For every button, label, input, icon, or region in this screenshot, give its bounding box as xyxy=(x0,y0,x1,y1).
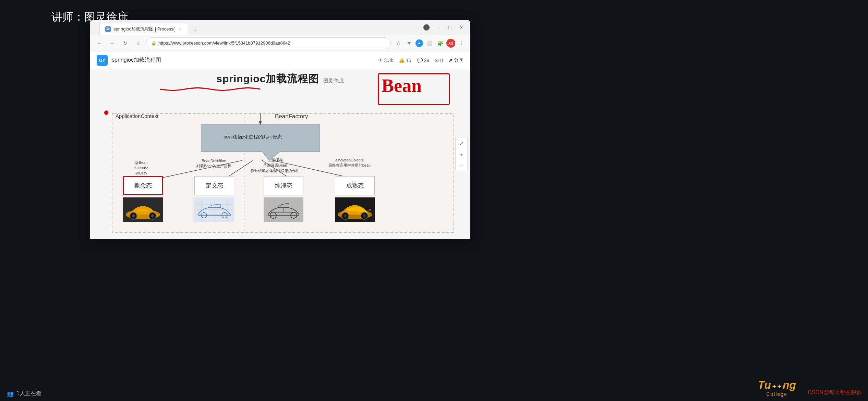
zoom-in-button[interactable]: + xyxy=(457,150,466,159)
back-button[interactable]: ← xyxy=(94,38,104,48)
turing-name: Tu xyxy=(758,379,771,391)
car-image-niantai xyxy=(123,197,163,222)
tab-area: On springioc加载流程图 | Process( × + xyxy=(97,20,419,35)
chengshu-annotation: singletonObjects 最终在应用中使用的bean xyxy=(320,158,379,168)
message-icon: ✉ xyxy=(435,58,439,63)
minimize-button[interactable]: — xyxy=(433,23,443,32)
csdn-label: CSDN@每天都在想你 xyxy=(808,389,862,396)
svg-point-0 xyxy=(423,24,430,31)
zoom-out-button[interactable]: − xyxy=(457,161,466,170)
title-bar-controls: — □ × xyxy=(422,23,466,32)
dingyi-annotation: BeanDefinition 封装Bean的生产指标 xyxy=(186,158,241,169)
url-text: https://www.processon.com/view/link/5f15… xyxy=(158,40,290,46)
comments-count: 29 xyxy=(424,58,430,63)
app-context-label: ApplicationContext xyxy=(116,113,158,119)
forward-button[interactable]: → xyxy=(107,38,117,48)
chunjing-annotation: 二级缓存 早期暴露Bean 循环依赖才体现纯净态的作用 xyxy=(247,158,303,173)
comments-stat: 💬 29 xyxy=(417,58,430,63)
site-title: springioc加载流程图 xyxy=(112,57,161,64)
messages-stat: ✉ 0 xyxy=(435,58,443,63)
extension-icon-2[interactable]: ⬜ xyxy=(424,38,434,48)
svg-point-1 xyxy=(104,110,109,115)
title-bar: On springioc加载流程图 | Process( × + — □ × xyxy=(90,20,470,35)
svg-point-17 xyxy=(151,214,154,218)
home-button[interactable]: ⌂ xyxy=(133,38,143,48)
bean-handwritten-text: Bean xyxy=(382,76,422,95)
user-avatar[interactable]: XS xyxy=(446,39,455,48)
diagram-area: springioc加载流程图 图灵·徐庶 Bean ApplicationCon… xyxy=(90,69,470,239)
close-window-button[interactable]: × xyxy=(457,23,466,32)
comment-icon: 💬 xyxy=(417,58,423,63)
new-tab-button[interactable]: + xyxy=(190,25,200,35)
likes-count: 15 xyxy=(406,58,411,63)
turing-brand: Tu ✦✦ ng xyxy=(758,379,796,391)
state-box-chunjing: 纯净态 xyxy=(264,176,303,195)
viewer-count: 👥 1人正在看 xyxy=(7,390,41,397)
site-stats: 👁 3.3k 👍 15 💬 29 ✉ 0 ↗ 分享 xyxy=(378,57,463,63)
address-field[interactable]: 🔒 https://www.processon.com/view/link/5f… xyxy=(146,37,391,49)
turing-stars: ✦✦ xyxy=(772,383,782,390)
viewer-icon: 👥 xyxy=(7,390,14,397)
likes-stat: 👍 15 xyxy=(399,58,411,63)
car-image-chengshu xyxy=(335,197,375,222)
extensions-icon[interactable]: 🧩 xyxy=(435,38,445,48)
address-bar: ← → ↻ ⌂ 🔒 https://www.processon.com/view… xyxy=(90,35,470,51)
menu-button[interactable]: ⋮ xyxy=(457,38,466,48)
maximize-button[interactable]: □ xyxy=(445,23,455,32)
svg-point-38 xyxy=(343,214,347,218)
lock-icon: 🔒 xyxy=(151,41,156,46)
views-stat: 👁 3.3k xyxy=(378,58,393,63)
instructor-label: 讲师：图灵徐庶 xyxy=(51,10,128,25)
bean-factory-label: BeanFactory xyxy=(275,113,308,120)
turing-name-end: ng xyxy=(783,379,796,391)
bean-init-label: bean初始化过程的几种形态 xyxy=(202,127,303,147)
messages-count: 0 xyxy=(440,58,443,63)
share-label: 分享 xyxy=(454,57,463,63)
diagram-subtitle: 图灵·徐庶 xyxy=(323,78,344,83)
tab-favicon: On xyxy=(105,26,111,32)
tab-close-button[interactable]: × xyxy=(178,26,183,32)
twitter-icon[interactable]: ▼ xyxy=(405,38,414,48)
tab-title: springioc加载流程图 | Process( xyxy=(113,26,175,32)
profile-circle-icon[interactable] xyxy=(422,23,431,32)
site-toolbar: On springioc加载流程图 👁 3.3k 👍 15 💬 29 ✉ 0 ↗… xyxy=(90,51,470,69)
state-box-chengshu: 成熟态 xyxy=(335,176,375,195)
state-box-dingyi: 定义态 xyxy=(194,176,234,195)
views-count: 3.3k xyxy=(384,58,393,63)
refresh-button[interactable]: ↻ xyxy=(120,38,130,48)
extension-icon-1[interactable]: ● xyxy=(415,39,423,47)
address-actions: ☆ ▼ ● ⬜ 🧩 XS ⋮ xyxy=(394,38,466,48)
bookmark-icon[interactable]: ☆ xyxy=(394,38,403,48)
site-logo: On xyxy=(97,55,108,66)
car-image-dingyi xyxy=(194,197,234,222)
svg-point-39 xyxy=(363,214,366,218)
share-icon: ↗ xyxy=(448,58,453,63)
bean-annotation-box: Bean xyxy=(378,73,450,105)
state-box-niantai: 概念态 xyxy=(123,176,163,195)
viewer-count-text: 1人正在看 xyxy=(16,390,41,397)
turing-college: College xyxy=(766,391,787,397)
zoom-expand-button[interactable]: ⤢ xyxy=(457,139,466,148)
car-image-chunjing xyxy=(264,197,303,222)
svg-point-16 xyxy=(132,214,135,218)
turing-logo-area: Tu ✦✦ ng College xyxy=(758,379,796,397)
share-button[interactable]: ↗ 分享 xyxy=(448,57,463,63)
eye-icon: 👁 xyxy=(378,58,383,63)
diagram-main-title: springioc加载流程图 xyxy=(216,73,319,84)
like-icon: 👍 xyxy=(399,58,405,63)
browser-window: On springioc加载流程图 | Process( × + — □ × ←… xyxy=(90,20,470,239)
zoom-controls: ⤢ + − xyxy=(455,137,468,171)
status-bar: 👥 1人正在看 xyxy=(0,386,868,401)
